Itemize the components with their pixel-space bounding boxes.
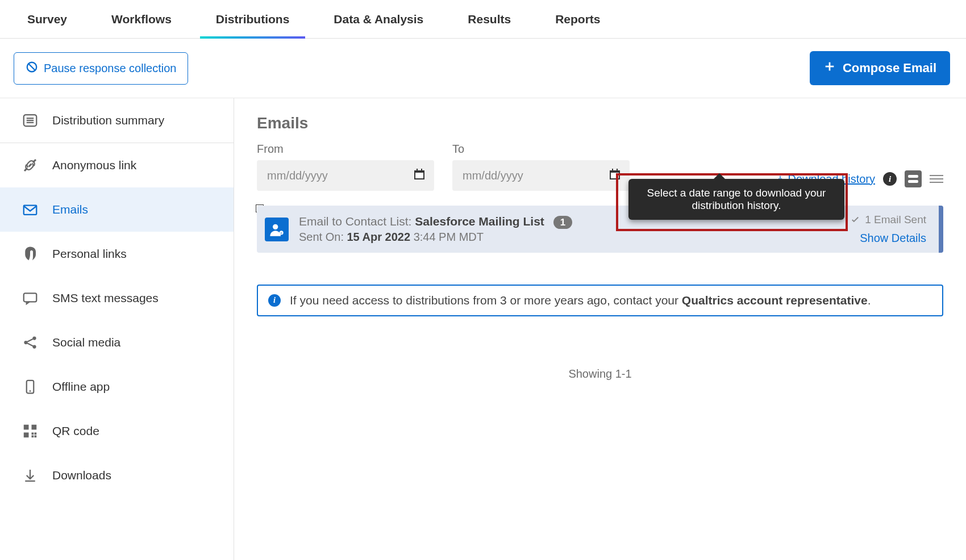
info-banner-icon: i <box>268 294 281 307</box>
dist-list-name: Salesforce Mailing List <box>415 215 544 228</box>
sent-date: 15 Apr 2022 <box>347 231 411 243</box>
svg-rect-19 <box>24 433 29 438</box>
showing-label: Showing 1-1 <box>257 367 943 381</box>
sidebar-item-downloads[interactable]: Downloads <box>0 453 234 498</box>
content-area: Emails From mm/dd/yyyy To mm/dd/yyyy <box>234 98 966 560</box>
from-label: From <box>257 143 434 156</box>
sidebar-item-label: Social media <box>52 336 120 349</box>
sidebar-item-label: Offline app <box>52 380 110 394</box>
to-label: To <box>452 143 630 156</box>
dist-count-badge: 1 <box>553 216 572 229</box>
calendar-icon <box>608 168 622 184</box>
sidebar-item-sms[interactable]: SMS text messages <box>0 276 234 320</box>
tab-data-analysis[interactable]: Data & Analysis <box>328 0 429 39</box>
svg-rect-21 <box>35 436 37 438</box>
tab-reports[interactable]: Reports <box>549 0 606 39</box>
qr-icon <box>20 421 40 441</box>
link-icon <box>20 156 40 175</box>
svg-rect-28 <box>417 169 418 172</box>
compose-label: Compose Email <box>843 61 936 76</box>
pause-label: Pause response collection <box>44 62 176 75</box>
download-icon <box>20 466 40 485</box>
svg-rect-31 <box>611 173 619 178</box>
sidebar-item-label: SMS text messages <box>52 291 159 305</box>
sidebar-item-label: Downloads <box>52 469 111 482</box>
sidebar-item-qr[interactable]: QR code <box>0 409 234 453</box>
sidebar-item-social[interactable]: Social media <box>0 320 234 365</box>
from-date-group: From mm/dd/yyyy <box>257 143 434 191</box>
from-date-input[interactable]: mm/dd/yyyy <box>257 160 434 191</box>
status-text: 1 Email Sent <box>865 214 926 226</box>
show-details-link[interactable]: Show Details <box>860 232 926 245</box>
from-placeholder: mm/dd/yyyy <box>267 169 328 182</box>
svg-rect-23 <box>35 433 37 435</box>
svg-line-14 <box>27 343 33 346</box>
distribution-row: + Email to Contact List: Salesforce Mail… <box>257 206 943 253</box>
distribution-text: Email to Contact List: Salesforce Mailin… <box>299 215 840 244</box>
to-date-group: To mm/dd/yyyy <box>452 143 630 191</box>
sidebar-item-label: Personal links <box>52 247 127 261</box>
svg-line-13 <box>27 339 33 342</box>
top-tabs: Survey Workflows Distributions Data & An… <box>0 0 966 39</box>
sent-time: 3:44 PM MDT <box>414 231 484 243</box>
sidebar-item-label: Anonymous link <box>52 158 136 172</box>
tab-survey[interactable]: Survey <box>22 0 73 39</box>
pause-response-button[interactable]: Pause response collection <box>14 52 188 85</box>
info-icon[interactable]: i <box>883 172 897 186</box>
right-controls: Download history i <box>776 170 943 187</box>
distribution-right: 1 Email Sent Show Details <box>850 214 926 245</box>
list-view-button[interactable] <box>930 172 943 186</box>
summary-icon <box>20 111 40 130</box>
plus-icon <box>823 60 836 76</box>
compose-email-button[interactable]: Compose Email <box>810 51 950 85</box>
email-icon <box>20 200 40 219</box>
sidebar-item-personal[interactable]: Personal links <box>0 232 234 276</box>
sidebar-item-summary[interactable]: Distribution summary <box>0 98 234 143</box>
distribution-card[interactable]: + Email to Contact List: Salesforce Mail… <box>257 206 943 253</box>
svg-rect-27 <box>415 173 423 178</box>
svg-rect-9 <box>24 293 37 302</box>
svg-rect-32 <box>612 169 613 172</box>
dist-prefix: Email to Contact List: <box>299 215 411 228</box>
sidebar-item-emails[interactable]: Emails <box>0 187 234 232</box>
to-date-input[interactable]: mm/dd/yyyy <box>452 160 630 191</box>
svg-rect-8 <box>24 206 37 215</box>
sidebar-item-label: QR code <box>52 424 99 438</box>
sidebar: Distribution summary Anonymous link Emai… <box>0 98 234 560</box>
fingerprint-icon <box>20 244 40 264</box>
info-banner: i If you need access to distributions fr… <box>257 285 943 316</box>
calendar-icon <box>413 168 426 184</box>
page-title: Emails <box>257 114 943 132</box>
chat-icon <box>20 289 40 308</box>
contact-avatar-icon: + <box>265 218 289 241</box>
svg-rect-20 <box>32 433 34 435</box>
download-history-link[interactable]: Download history <box>776 173 875 186</box>
compact-view-button[interactable] <box>905 170 922 187</box>
download-history-label: Download history <box>788 173 875 186</box>
svg-point-36 <box>273 224 278 229</box>
sidebar-item-anonymous[interactable]: Anonymous link <box>0 143 234 187</box>
phone-icon <box>20 377 40 396</box>
svg-rect-18 <box>32 425 37 430</box>
svg-text:+: + <box>280 231 282 235</box>
sent-label: Sent On: <box>299 231 344 243</box>
to-placeholder: mm/dd/yyyy <box>463 169 523 182</box>
action-bar: Pause response collection Compose Email <box>0 39 966 98</box>
no-entry-icon <box>26 61 38 76</box>
sidebar-item-offline[interactable]: Offline app <box>0 365 234 409</box>
svg-rect-17 <box>24 425 29 430</box>
share-icon <box>20 333 40 352</box>
tab-distributions[interactable]: Distributions <box>210 0 295 39</box>
info-banner-text: If you need access to distributions from… <box>290 294 871 307</box>
distribution-status: 1 Email Sent <box>850 214 926 226</box>
svg-rect-33 <box>617 169 618 172</box>
filters-row: From mm/dd/yyyy To mm/dd/yyyy Download h… <box>257 143 943 191</box>
sidebar-item-label: Distribution summary <box>52 114 164 127</box>
svg-rect-22 <box>32 436 34 438</box>
tab-workflows[interactable]: Workflows <box>106 0 177 39</box>
tab-results[interactable]: Results <box>462 0 517 39</box>
main-layout: Distribution summary Anonymous link Emai… <box>0 98 966 560</box>
svg-line-1 <box>29 64 35 70</box>
sidebar-item-label: Emails <box>52 203 88 216</box>
svg-rect-29 <box>421 169 422 172</box>
